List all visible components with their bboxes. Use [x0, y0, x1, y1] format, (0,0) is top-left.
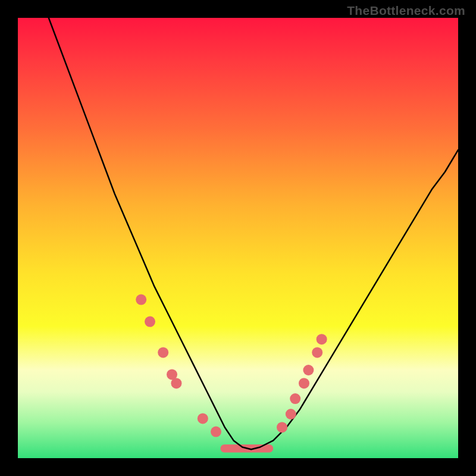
- bottleneck-curve: [49, 18, 458, 449]
- chart-stage: TheBottleneck.com: [0, 0, 476, 476]
- highlight-dot: [158, 347, 168, 358]
- highlight-dot: [317, 334, 327, 345]
- highlight-dot: [198, 413, 208, 424]
- highlight-dot: [299, 378, 309, 389]
- highlight-dot: [277, 422, 287, 433]
- highlight-dot: [286, 409, 296, 419]
- highlight-dot: [290, 393, 300, 404]
- chart-svg: [18, 18, 458, 458]
- plot-area: [18, 18, 458, 458]
- highlight-dot: [145, 317, 155, 327]
- watermark-text: TheBottleneck.com: [347, 4, 465, 18]
- highlight-dot: [312, 347, 322, 358]
- highlight-dot: [171, 378, 181, 389]
- highlight-dot: [136, 295, 146, 305]
- highlight-dot: [303, 365, 314, 375]
- highlight-dot: [211, 427, 221, 437]
